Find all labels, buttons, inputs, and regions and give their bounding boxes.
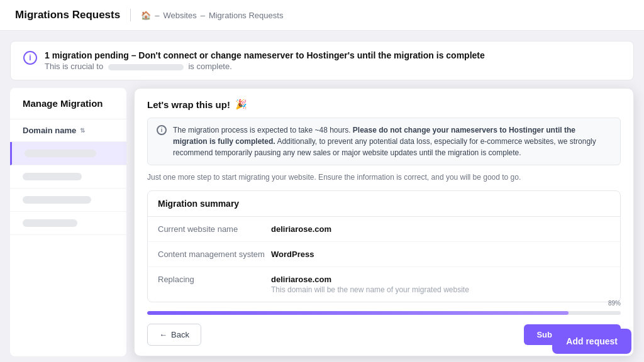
main-layout: Manage Migration Domain name ⇅ Let's wra… (10, 88, 634, 356)
progress-bar (147, 311, 621, 315)
alert-title: 1 migration pending – Don't connect or c… (45, 50, 621, 60)
breadcrumb-separator: – (155, 11, 159, 20)
blurred-domain (23, 219, 77, 227)
migration-value-cms: WordPress (271, 250, 314, 259)
progress-bar-fill (147, 311, 569, 315)
migration-value-replacing: deliriarose.com (271, 275, 469, 284)
list-item[interactable] (10, 212, 126, 235)
info-small-icon: i (157, 125, 167, 135)
list-item[interactable] (10, 189, 126, 212)
left-panel: Manage Migration Domain name ⇅ (10, 88, 126, 356)
manage-migration-title: Manage Migration (10, 88, 126, 119)
breadcrumb: 🏠 – Websites – Migrations Requests (141, 11, 283, 20)
tooltip-header: Let's wrap this up! 🎉 (147, 99, 621, 110)
summary-title: Migration summary (148, 191, 620, 217)
migration-label-cms: Content management system (158, 250, 271, 259)
progress-section: 89% (147, 311, 621, 315)
add-request-button[interactable]: Add request (552, 329, 631, 354)
alert-icon-label: i (29, 53, 31, 62)
blurred-domain (23, 173, 82, 180)
breadcrumb-separator2: – (201, 11, 205, 20)
migration-label-replacing: Replacing (158, 275, 271, 284)
back-arrow-icon: ← (159, 330, 167, 339)
right-panel: Let's wrap this up! 🎉 i The migration pr… (134, 88, 634, 356)
migration-value-website: deliriarose.com (271, 224, 331, 234)
tooltip-title: Let's wrap this up! (147, 99, 230, 110)
info-box-text: The migration process is expected to tak… (173, 124, 611, 158)
domain-column-header: Domain name ⇅ (10, 119, 126, 142)
migration-label-website: Current website name (158, 224, 271, 234)
home-icon: 🏠 (141, 11, 151, 20)
page-title: Migrations Requests (15, 9, 120, 21)
info-box: i The migration process is expected to t… (147, 118, 621, 165)
blurred-domain (25, 150, 96, 157)
alert-subtitle: This is crucial to is complete. (45, 62, 621, 71)
alert-text-block: 1 migration pending – Don't connect or c… (45, 50, 621, 71)
back-button[interactable]: ← Back (147, 324, 201, 346)
header-divider (130, 9, 131, 21)
back-label: Back (171, 330, 189, 339)
header: Migrations Requests 🏠 – Websites – Migra… (0, 0, 644, 31)
migration-row-replacing: Replacing deliriarose.com This domain wi… (148, 267, 620, 302)
list-item[interactable] (10, 165, 126, 189)
sort-icon[interactable]: ⇅ (80, 127, 85, 134)
progress-label: 89% (608, 300, 621, 307)
footer-buttons: ← Back Submit request → (147, 324, 621, 346)
list-item[interactable] (10, 142, 126, 165)
blurred-text (108, 64, 184, 70)
migration-value-sub-replacing: This domain will be the new name of your… (271, 285, 469, 294)
breadcrumb-websites[interactable]: Websites (163, 11, 196, 20)
alert-info-icon: i (23, 51, 37, 65)
blurred-domain (23, 196, 91, 204)
tooltip-popup: Let's wrap this up! 🎉 i The migration pr… (134, 88, 634, 356)
alert-banner: i 1 migration pending – Don't connect or… (10, 41, 634, 80)
migration-row-website: Current website name deliriarose.com (148, 217, 620, 242)
tooltip-subtitle: Just one more step to start migrating yo… (147, 173, 621, 182)
migration-summary-card: Migration summary Current website name d… (147, 190, 621, 302)
tooltip-emoji: 🎉 (235, 99, 247, 110)
breadcrumb-migrations: Migrations Requests (209, 11, 284, 20)
migration-row-cms: Content management system WordPress (148, 242, 620, 267)
